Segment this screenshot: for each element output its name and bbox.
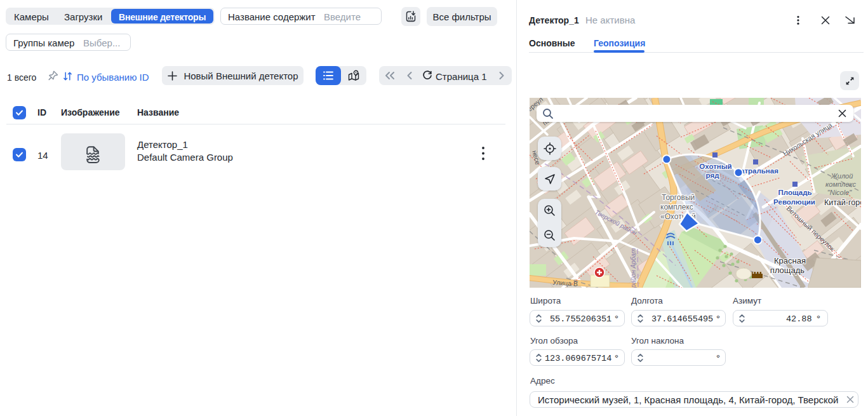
- svg-text:площадь: площадь: [770, 265, 805, 275]
- svg-text:район Арбат: район Арбат: [630, 248, 637, 288]
- svg-text:"Nicole": "Nicole": [827, 189, 852, 196]
- svg-text:Революции: Революции: [773, 198, 815, 206]
- svg-text:Площадь: Площадь: [778, 189, 811, 196]
- svg-text:Торговый: Торговый: [662, 193, 695, 202]
- svg-text:ряд: ряд: [706, 171, 720, 179]
- svg-text:атральная: атральная: [740, 167, 778, 175]
- svg-text:комплекс: комплекс: [660, 203, 693, 211]
- svg-text:комплекс: комплекс: [825, 180, 856, 188]
- svg-text:Жилой: Жилой: [831, 172, 853, 180]
- svg-text:Охотный: Охотный: [699, 163, 731, 170]
- svg-text:Красная: Красная: [774, 256, 806, 265]
- svg-text:Китай-горо: Китай-горо: [824, 198, 861, 207]
